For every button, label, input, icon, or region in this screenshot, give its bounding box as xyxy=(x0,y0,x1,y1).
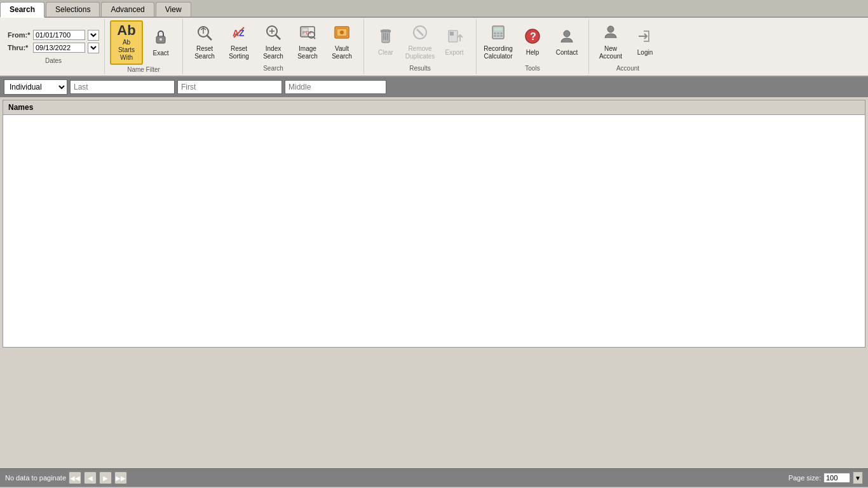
new-account-button[interactable]: New Account xyxy=(594,20,627,64)
thru-date-dropdown[interactable]: ▼ xyxy=(88,43,99,53)
export-icon xyxy=(445,27,463,48)
svg-point-18 xyxy=(340,30,344,34)
reset-search-label: Reset Search xyxy=(194,45,215,60)
no-data-text: No data to paginate xyxy=(5,474,66,482)
contact-icon xyxy=(558,27,576,48)
remove-duplicates-button[interactable]: Remove Duplicates xyxy=(403,20,437,64)
reset-search-icon xyxy=(196,24,214,44)
help-icon: ? xyxy=(524,27,541,48)
svg-point-40 xyxy=(607,26,614,32)
login-icon xyxy=(636,27,654,48)
from-label: From:* xyxy=(8,31,31,39)
clear-icon xyxy=(377,27,395,48)
index-search-button[interactable]: Index Search xyxy=(257,20,290,64)
account-items: New Account Login xyxy=(594,20,661,64)
svg-rect-33 xyxy=(500,32,503,34)
index-search-icon xyxy=(264,24,282,44)
tab-bar: Search Selections Advanced View xyxy=(0,0,868,18)
vault-search-label: Vault Search xyxy=(332,45,352,60)
from-date-dropdown[interactable]: ▼ xyxy=(88,30,99,41)
page-size-label: Page size: xyxy=(789,474,821,482)
reset-sorting-icon: A Z xyxy=(230,24,248,44)
tab-selections[interactable]: Selections xyxy=(46,2,100,17)
toolbar: From:* ▼ Thru:* ▼ Dates Ab Ab Starts Wit… xyxy=(0,18,868,77)
name-filter-items: Ab Ab Starts With Exact xyxy=(110,20,177,65)
reset-sorting-button[interactable]: A Z Reset Sorting xyxy=(222,20,255,64)
first-name-input[interactable] xyxy=(177,80,282,94)
starts-with-label: Ab Starts With xyxy=(118,39,135,62)
image-search-icon: PDF xyxy=(299,24,316,44)
dates-group-label: Dates xyxy=(8,57,99,64)
svg-point-1 xyxy=(159,38,162,41)
exact-icon xyxy=(153,28,169,48)
tab-view[interactable]: View xyxy=(156,2,191,17)
svg-rect-30 xyxy=(494,27,503,31)
exact-button[interactable]: Exact xyxy=(144,21,177,64)
middle-name-input[interactable] xyxy=(285,80,386,94)
first-page-button[interactable]: ◀◀ xyxy=(69,471,81,484)
svg-text:PDF: PDF xyxy=(302,30,313,36)
recording-calculator-button[interactable]: Recording Calculator xyxy=(482,20,515,64)
starts-with-button[interactable]: Ab Ab Starts With xyxy=(110,20,143,65)
clear-button[interactable]: Clear xyxy=(369,20,402,64)
export-label: Export xyxy=(445,49,464,57)
prev-page-button[interactable]: ◀ xyxy=(84,471,97,484)
image-search-button[interactable]: PDF Image Search xyxy=(291,20,324,64)
svg-rect-35 xyxy=(497,35,499,37)
from-date-input[interactable] xyxy=(33,30,85,40)
thru-date-input[interactable] xyxy=(33,43,85,53)
new-account-label: New Account xyxy=(599,45,622,60)
reset-sorting-label: Reset Sorting xyxy=(229,45,249,60)
page-size-dropdown-button[interactable]: ▼ xyxy=(853,471,863,484)
names-body xyxy=(3,115,865,345)
help-label: Help xyxy=(526,49,539,57)
clear-label: Clear xyxy=(378,49,393,57)
help-button[interactable]: ? Help xyxy=(516,20,549,64)
tools-group-label: Tools xyxy=(525,65,539,72)
recording-calculator-label: Recording Calculator xyxy=(484,45,513,60)
remove-duplicates-icon xyxy=(411,24,429,44)
account-group: New Account Login Account xyxy=(589,19,667,74)
starts-with-icon: Ab xyxy=(117,24,135,37)
type-select[interactable]: Individual Business All xyxy=(4,79,67,95)
name-filter-group-label: Name Filter xyxy=(127,66,160,73)
search-bar: Individual Business All xyxy=(0,77,868,97)
search-group-label: Search xyxy=(263,65,283,72)
results-group: Clear Remove Duplicates xyxy=(364,19,477,74)
results-items: Clear Remove Duplicates xyxy=(369,20,471,64)
next-page-button[interactable]: ▶ xyxy=(99,471,112,484)
login-label: Login xyxy=(637,49,653,57)
vault-search-icon xyxy=(333,24,351,44)
contact-button[interactable]: Contact xyxy=(550,20,583,64)
tools-group: Recording Calculator ? Help xyxy=(477,19,589,74)
lock-svg xyxy=(153,28,169,46)
svg-line-8 xyxy=(276,35,280,39)
names-table-container: Names xyxy=(3,100,865,348)
search-group: Reset Search A Z Reset Sorting xyxy=(183,19,364,74)
svg-rect-34 xyxy=(494,35,496,37)
svg-line-25 xyxy=(417,29,423,36)
reset-search-button[interactable]: Reset Search xyxy=(188,20,221,64)
svg-rect-36 xyxy=(500,35,503,37)
last-name-input[interactable] xyxy=(70,80,175,94)
from-row: From:* ▼ xyxy=(8,30,99,41)
tab-search[interactable]: Search xyxy=(0,2,44,18)
svg-line-15 xyxy=(314,37,315,39)
page-size-input[interactable] xyxy=(824,473,850,483)
pagination-right: Page size: ▼ xyxy=(789,471,863,484)
svg-rect-32 xyxy=(497,32,499,34)
account-group-label: Account xyxy=(616,65,639,72)
results-group-label: Results xyxy=(409,65,430,72)
svg-rect-20 xyxy=(381,30,391,32)
vault-search-button[interactable]: Vault Search xyxy=(325,20,358,64)
login-button[interactable]: Login xyxy=(628,20,661,64)
dates-group: From:* ▼ Thru:* ▼ Dates xyxy=(3,19,105,74)
last-page-button[interactable]: ▶▶ xyxy=(114,471,127,484)
image-search-label: Image Search xyxy=(297,45,318,60)
tab-advanced[interactable]: Advanced xyxy=(101,2,154,17)
export-button[interactable]: Export xyxy=(438,20,471,64)
main-area: Names xyxy=(0,97,868,468)
svg-rect-27 xyxy=(450,32,454,36)
svg-rect-31 xyxy=(494,32,496,34)
thru-row: Thru:* ▼ xyxy=(8,43,99,53)
